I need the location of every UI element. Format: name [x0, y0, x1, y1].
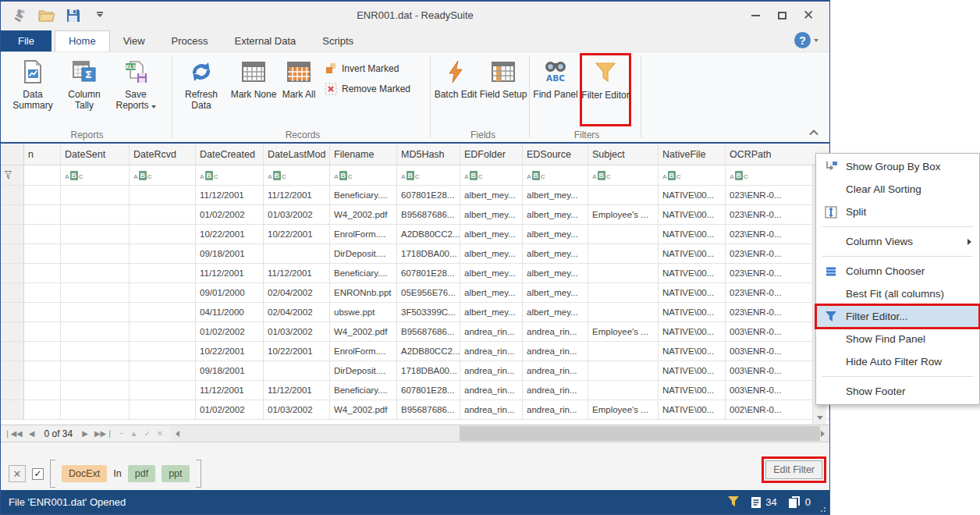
- grid-cell-DateSent[interactable]: [61, 303, 130, 322]
- grid-cell-Filename[interactable]: EnrolForm....: [330, 342, 397, 361]
- column-header-indicator[interactable]: [1, 144, 24, 165]
- invert-marked-button[interactable]: Invert Marked: [321, 62, 421, 75]
- grid-cell-EDFolder[interactable]: albert_mey...: [460, 303, 523, 322]
- filter-active-icon[interactable]: [727, 495, 740, 510]
- table-row[interactable]: 10/22/200110/22/2001EnrolForm....A2DB80C…: [1, 225, 829, 244]
- row-indicator-cell[interactable]: [1, 205, 24, 225]
- close-button[interactable]: ✕: [795, 6, 822, 25]
- grid-cell-DateLastMod[interactable]: 10/22/2001: [264, 225, 330, 244]
- column-header-Filename[interactable]: Filename: [330, 144, 397, 165]
- grid-cell-DateRcvd[interactable]: [130, 400, 196, 420]
- grid-cell-DateSent[interactable]: [61, 361, 130, 381]
- save-reports-button[interactable]: XLS Save Reports: [110, 55, 162, 112]
- filter-value-chip[interactable]: pdf: [128, 465, 155, 482]
- grid-cell-DateSent[interactable]: [61, 342, 130, 361]
- grid-cell-DateCreated[interactable]: 11/12/2001: [196, 381, 264, 400]
- grid-cell-EDFolder[interactable]: albert_mey...: [460, 225, 523, 244]
- table-row[interactable]: 10/22/200110/22/2001EnrolForm....A2DB80C…: [1, 342, 829, 361]
- menu-item-show-footer[interactable]: Show Footer: [816, 380, 979, 403]
- grid-cell-col-n[interactable]: [24, 342, 61, 361]
- scroll-right-icon[interactable]: [816, 425, 829, 442]
- horizontal-scrollbar[interactable]: [171, 425, 829, 442]
- grid-cell-MD5Hash[interactable]: 3F503399C...: [397, 303, 460, 322]
- grid-cell-EDSource[interactable]: andrea_rin...: [523, 381, 588, 400]
- grid-cell-Subject[interactable]: [588, 244, 659, 264]
- grid-cell-NativeFile[interactable]: NATIVE\00...: [659, 342, 726, 361]
- grid-cell-Subject[interactable]: [588, 283, 659, 303]
- grid-cell-Subject[interactable]: [588, 225, 659, 244]
- column-tally-button[interactable]: Σ Column Tally: [59, 55, 110, 112]
- table-row[interactable]: 09/18/2001DirDeposit....1718DBA00...andr…: [1, 361, 829, 381]
- auto-filter-cell-DateLastMod[interactable]: ABC: [264, 165, 330, 186]
- row-indicator-cell[interactable]: [1, 244, 24, 264]
- grid-cell-DateLastMod[interactable]: 02/04/2002: [264, 303, 330, 322]
- grid-cell-DateRcvd[interactable]: [130, 205, 196, 225]
- grid-cell-DateSent[interactable]: [61, 381, 130, 400]
- grid-cell-MD5Hash[interactable]: 607801E28...: [397, 381, 460, 400]
- nav-edit-button[interactable]: ▲: [126, 429, 140, 438]
- grid-cell-Filename[interactable]: W4_2002.pdf: [330, 205, 397, 225]
- grid-cell-EDSource[interactable]: andrea_rin...: [523, 342, 588, 361]
- help-button[interactable]: ?: [794, 32, 818, 48]
- edit-filter-button[interactable]: Edit Filter: [765, 460, 822, 479]
- column-header-DateRcvd[interactable]: DateRcvd: [130, 144, 196, 165]
- grid-cell-col-n[interactable]: [24, 244, 61, 264]
- grid-cell-Filename[interactable]: W4_2002.pdf: [330, 400, 397, 420]
- grid-cell-col-n[interactable]: [24, 322, 61, 342]
- grid-cell-EDSource[interactable]: albert_mey...: [523, 264, 588, 283]
- column-header-NativeFile[interactable]: NativeFile: [659, 144, 726, 165]
- auto-filter-cell-col-n[interactable]: [24, 165, 61, 186]
- grid-cell-col-n[interactable]: [24, 361, 61, 381]
- grid-cell-DateCreated[interactable]: 01/02/2002: [196, 322, 264, 342]
- grid-cell-MD5Hash[interactable]: 05E956E76...: [397, 283, 460, 303]
- table-row[interactable]: 11/12/200111/12/2001Beneficiary....60780…: [1, 264, 829, 283]
- grid-cell-EDSource[interactable]: albert_mey...: [523, 244, 588, 264]
- table-row[interactable]: 04/11/200002/04/2002ubswe.ppt3F503399C..…: [1, 303, 829, 322]
- grid-cell-DateCreated[interactable]: 10/22/2001: [196, 342, 264, 361]
- grid-cell-EDSource[interactable]: andrea_rin...: [523, 400, 588, 420]
- maximize-button[interactable]: [769, 6, 795, 25]
- auto-filter-cell-Filename[interactable]: ABC: [330, 165, 397, 186]
- app-logo-icon[interactable]: [12, 8, 29, 23]
- grid-cell-NativeFile[interactable]: NATIVE\00...: [659, 244, 726, 264]
- auto-filter-cell-Subject[interactable]: ABC: [588, 165, 659, 186]
- grid-cell-NativeFile[interactable]: NATIVE\00...: [659, 283, 726, 303]
- menu-item-split[interactable]: Split: [816, 201, 979, 223]
- nav-delete-button[interactable]: −: [116, 429, 127, 438]
- column-header-DateSent[interactable]: DateSent: [61, 144, 130, 165]
- column-header-Subject[interactable]: Subject: [588, 144, 659, 165]
- menu-item-filter-editor[interactable]: Filter Editor...: [816, 305, 979, 328]
- grid-cell-NativeFile[interactable]: NATIVE\00...: [659, 225, 726, 244]
- grid-cell-DateCreated[interactable]: 10/22/2001: [196, 225, 264, 244]
- grid-cell-DateLastMod[interactable]: 01/03/2002: [264, 322, 330, 342]
- filter-enabled-checkbox[interactable]: ✓: [32, 468, 44, 480]
- grid-cell-DateSent[interactable]: [61, 283, 130, 303]
- grid-cell-DateLastMod[interactable]: 11/12/2001: [264, 186, 330, 205]
- save-icon[interactable]: [65, 8, 82, 23]
- scroll-down-icon[interactable]: [813, 410, 827, 424]
- grid-cell-Filename[interactable]: DirDeposit....: [330, 244, 397, 264]
- grid-cell-DateSent[interactable]: [61, 225, 130, 244]
- row-indicator-cell[interactable]: [1, 303, 24, 322]
- grid-cell-Subject[interactable]: [588, 381, 659, 400]
- grid-cell-EDFolder[interactable]: andrea_rin...: [460, 400, 523, 420]
- filter-editor-button[interactable]: Filter Editor: [583, 55, 628, 101]
- column-header-MD5Hash[interactable]: MD5Hash: [397, 144, 460, 165]
- grid-cell-Filename[interactable]: ENRONnb.ppt: [330, 283, 397, 303]
- grid-cell-col-n[interactable]: [24, 283, 61, 303]
- row-indicator-cell[interactable]: [1, 283, 24, 303]
- filter-operator[interactable]: In: [113, 468, 121, 479]
- grid-cell-DateSent[interactable]: [61, 264, 130, 283]
- mark-none-button[interactable]: Mark None: [231, 55, 276, 100]
- row-indicator-cell[interactable]: [1, 381, 24, 400]
- grid-cell-col-n[interactable]: [24, 303, 61, 322]
- grid-cell-Subject[interactable]: Employee's ...: [588, 400, 659, 420]
- tab-external-data[interactable]: External Data: [222, 31, 310, 52]
- grid-cell-col-n[interactable]: [24, 264, 61, 283]
- grid-cell-Subject[interactable]: [588, 342, 659, 361]
- table-row[interactable]: 01/02/200201/03/2002W4_2002.pdfB95687686…: [1, 205, 829, 225]
- grid-cell-MD5Hash[interactable]: B95687686...: [397, 400, 460, 420]
- grid-cell-col-n[interactable]: [24, 225, 61, 244]
- filter-close-button[interactable]: ✕: [9, 465, 26, 482]
- menu-item-show-group-by-box[interactable]: Show Group By Box: [816, 155, 979, 178]
